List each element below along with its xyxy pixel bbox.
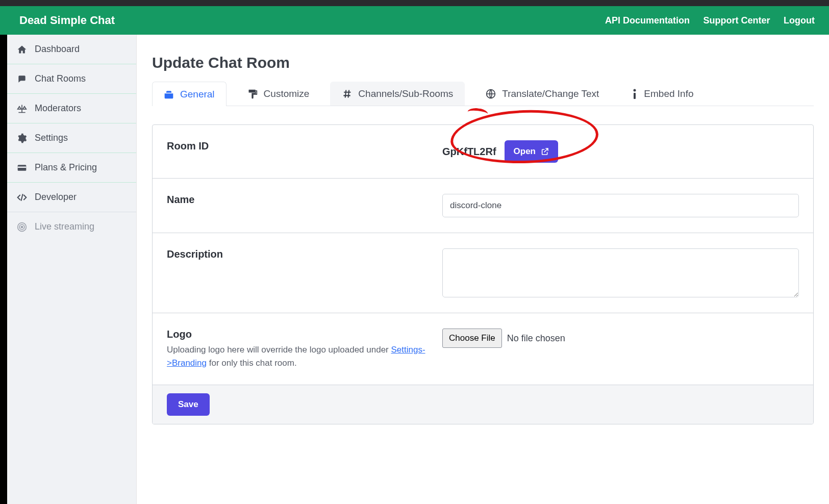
tab-embed-info[interactable]: Embed Info bbox=[620, 82, 705, 106]
svg-rect-6 bbox=[252, 95, 253, 98]
toolbox-icon bbox=[164, 90, 174, 99]
paint-roller-icon bbox=[247, 89, 258, 99]
logo-subtext: Uploading logo here will override the lo… bbox=[167, 343, 442, 369]
logo-label: Logo bbox=[167, 329, 442, 340]
external-link-icon bbox=[541, 147, 549, 156]
svg-point-2 bbox=[21, 226, 22, 228]
sidebar-item-label: Chat Rooms bbox=[35, 73, 86, 84]
sidebar-item-settings[interactable]: Settings bbox=[7, 123, 136, 153]
home-icon bbox=[16, 44, 28, 55]
credit-card-icon bbox=[16, 163, 28, 173]
hash-icon bbox=[342, 89, 352, 99]
description-textarea[interactable] bbox=[442, 248, 799, 297]
sidebar-item-label: Developer bbox=[35, 192, 77, 203]
row-description: Description bbox=[153, 233, 813, 313]
file-input-wrap: Choose File No file chosen bbox=[442, 329, 565, 348]
link-support-center[interactable]: Support Center bbox=[704, 15, 770, 26]
globe-icon bbox=[486, 89, 496, 99]
chat-icon bbox=[16, 74, 28, 84]
scale-icon bbox=[16, 104, 28, 114]
sidebar-item-moderators[interactable]: Moderators bbox=[7, 94, 136, 123]
sidebar-item-label: Live streaming bbox=[35, 221, 94, 232]
topbar: Dead Simple Chat API Documentation Suppo… bbox=[0, 6, 829, 35]
page-title: Update Chat Room bbox=[152, 54, 814, 71]
description-label: Description bbox=[167, 248, 442, 260]
room-id-value: GpKfTL2Rf bbox=[442, 146, 496, 158]
logo-sub-post: for only this chat room. bbox=[207, 358, 297, 368]
tab-channels-sub-rooms[interactable]: Channels/Sub-Rooms bbox=[330, 82, 465, 106]
sidebar-item-developer[interactable]: Developer bbox=[7, 183, 136, 212]
sidebar-item-label: Plans & Pricing bbox=[35, 162, 97, 173]
tab-label: Translate/Change Text bbox=[502, 88, 599, 99]
row-footer: Save bbox=[153, 385, 813, 424]
sidebar: Dashboard Chat Rooms Moderators Settings bbox=[7, 35, 137, 504]
name-label: Name bbox=[167, 194, 442, 206]
save-button[interactable]: Save bbox=[167, 393, 210, 416]
sidebar-item-label: Moderators bbox=[35, 103, 81, 114]
link-api-documentation[interactable]: API Documentation bbox=[605, 15, 690, 26]
tab-label: General bbox=[180, 89, 215, 100]
tabs: General Customize Channels/Sub-Rooms bbox=[152, 82, 814, 106]
open-button-label: Open bbox=[514, 146, 536, 157]
tab-general[interactable]: General bbox=[152, 82, 227, 106]
sidebar-item-chat-rooms[interactable]: Chat Rooms bbox=[7, 64, 136, 94]
svg-point-8 bbox=[634, 89, 636, 92]
row-room-id: Room ID GpKfTL2Rf Open bbox=[153, 125, 813, 179]
gear-icon bbox=[16, 133, 28, 143]
tab-label: Customize bbox=[264, 88, 310, 99]
svg-rect-5 bbox=[248, 90, 255, 93]
broadcast-icon bbox=[16, 222, 28, 232]
tab-customize[interactable]: Customize bbox=[236, 82, 321, 106]
logo-sub-pre: Uploading logo here will override the lo… bbox=[167, 345, 391, 355]
sidebar-item-plans-pricing[interactable]: Plans & Pricing bbox=[7, 153, 136, 183]
tab-label: Channels/Sub-Rooms bbox=[358, 88, 453, 99]
sidebar-item-dashboard[interactable]: Dashboard bbox=[7, 35, 136, 64]
open-room-button[interactable]: Open bbox=[505, 140, 558, 163]
room-id-label: Room ID bbox=[167, 140, 442, 152]
row-logo: Logo Uploading logo here will override t… bbox=[153, 313, 813, 385]
sidebar-item-live-streaming[interactable]: Live streaming bbox=[7, 212, 136, 241]
tab-label: Embed Info bbox=[644, 88, 693, 99]
svg-rect-1 bbox=[18, 166, 27, 168]
name-input[interactable] bbox=[442, 194, 799, 217]
code-icon bbox=[16, 192, 28, 203]
svg-rect-9 bbox=[634, 93, 636, 99]
choose-file-button[interactable]: Choose File bbox=[442, 329, 502, 348]
file-status-text: No file chosen bbox=[507, 333, 565, 344]
info-icon bbox=[632, 89, 638, 99]
row-name: Name bbox=[153, 179, 813, 233]
topbar-links: API Documentation Support Center Logout bbox=[594, 15, 815, 26]
tab-translate-change-text[interactable]: Translate/Change Text bbox=[474, 82, 611, 106]
form-panel: Room ID GpKfTL2Rf Open Nam bbox=[152, 124, 814, 424]
link-logout[interactable]: Logout bbox=[784, 15, 815, 26]
sidebar-item-label: Settings bbox=[35, 133, 68, 143]
browser-chrome-top bbox=[0, 0, 829, 6]
brand-title: Dead Simple Chat bbox=[19, 14, 594, 27]
sidebar-item-label: Dashboard bbox=[35, 44, 80, 55]
main-content: Update Chat Room General Customize bbox=[137, 35, 829, 504]
